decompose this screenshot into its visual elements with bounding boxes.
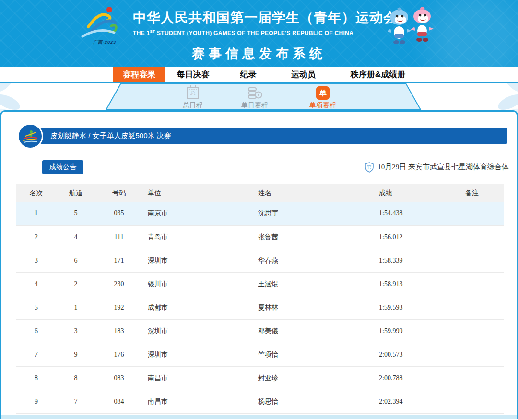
cell-team: 青岛市 bbox=[143, 225, 253, 249]
event-schedule: 官 10月29日 来宾市武宣县七星湖体育综合体 bbox=[365, 162, 509, 173]
subnav-item-overall-schedule[interactable]: 总 总日程 bbox=[163, 86, 223, 110]
main-nav: 赛程赛果 每日决赛 纪录 运动员 秩序册&成绩册 bbox=[0, 67, 518, 83]
games-logo: 广西·2023 bbox=[80, 5, 130, 49]
cell-number: 035 bbox=[95, 202, 143, 225]
cell-result: 1:59.999 bbox=[373, 319, 440, 343]
cell-remark bbox=[440, 296, 504, 319]
cell-name: 夏林林 bbox=[253, 296, 373, 319]
table-row[interactable]: 51192成都市夏林林1:59.593 bbox=[16, 296, 504, 319]
tab-books[interactable]: 秩序册&成绩册 bbox=[340, 67, 416, 82]
cell-result: 2:02.394 bbox=[373, 390, 440, 413]
tab-schedule-results[interactable]: 赛程赛果 bbox=[113, 67, 165, 82]
cell-rank: 5 bbox=[16, 296, 57, 319]
title-en-rest: STUDENT (YOUTH) GAMES OF THE PEOPLE'S RE… bbox=[155, 30, 353, 36]
subnav-items: 总 总日程 单日赛程 单 单项赛程 bbox=[163, 86, 359, 110]
title-en-prefix: THE 1 bbox=[133, 30, 150, 36]
cell-name: 王涵焜 bbox=[253, 272, 373, 296]
cell-result: 2:00.573 bbox=[373, 343, 440, 366]
col-number: 号码 bbox=[95, 184, 143, 202]
cell-remark bbox=[440, 272, 504, 296]
tab-daily-finals[interactable]: 每日决赛 bbox=[165, 67, 221, 82]
cell-name: 邓美儀 bbox=[253, 319, 373, 343]
cell-name: 华春燕 bbox=[253, 249, 373, 272]
cell-remark bbox=[440, 366, 504, 390]
table-row[interactable]: 24111青岛市张鲁茜1:56.012 bbox=[16, 225, 504, 249]
cell-number: 111 bbox=[95, 225, 143, 249]
calendar-total-icon: 总 bbox=[187, 86, 199, 100]
results-table-wrap: 名次 航道 号码 单位 姓名 成绩 备注 15035南京市沈思宇1:54.438… bbox=[16, 184, 504, 414]
results-table: 名次 航道 号码 单位 姓名 成绩 备注 15035南京市沈思宇1:54.438… bbox=[16, 184, 504, 414]
canoe-sprint-icon bbox=[19, 125, 42, 148]
content-panel: 皮划艇静水 / 女子单人皮艇500米 决赛 成绩公告 官 10月29日 来宾市武… bbox=[0, 110, 518, 419]
results-announcement-button[interactable]: 成绩公告 bbox=[42, 160, 83, 174]
cell-team: 南昌市 bbox=[143, 390, 253, 413]
subnav-label: 总日程 bbox=[183, 101, 203, 110]
event-header-row: 皮划艇静水 / 女子单人皮艇500米 决赛 bbox=[1, 125, 517, 149]
subnav-item-single-event-schedule[interactable]: 单 单项赛程 bbox=[287, 86, 359, 110]
cell-lane: 4 bbox=[57, 225, 95, 249]
cell-name: 杨思怡 bbox=[253, 390, 373, 413]
tab-athletes[interactable]: 运动员 bbox=[276, 67, 331, 82]
cell-remark bbox=[440, 225, 504, 249]
cell-rank: 6 bbox=[16, 319, 57, 343]
cell-lane: 7 bbox=[57, 390, 95, 413]
single-event-icon: 单 bbox=[316, 86, 330, 100]
table-row[interactable]: 42230银川市王涵焜1:58.913 bbox=[16, 272, 504, 296]
col-rank: 名次 bbox=[16, 184, 57, 202]
single-event-glyph: 单 bbox=[316, 86, 330, 100]
table-row[interactable]: 36171深圳市华春燕1:58.339 bbox=[16, 249, 504, 272]
table-row[interactable]: 88083南昌市封亚珍2:00.788 bbox=[16, 366, 504, 390]
cell-result: 1:58.339 bbox=[373, 249, 440, 272]
cell-remark bbox=[440, 202, 504, 225]
cell-remark bbox=[440, 343, 504, 366]
table-row[interactable]: 97084南昌市杨思怡2:02.394 bbox=[16, 390, 504, 413]
cell-result: 1:59.593 bbox=[373, 296, 440, 319]
schedule-text: 10月29日 来宾市武宣县七星湖体育综合体 bbox=[377, 163, 509, 172]
table-row[interactable]: 15035南京市沈思宇1:54.438 bbox=[16, 202, 504, 225]
cell-rank: 8 bbox=[16, 366, 57, 390]
col-team: 单位 bbox=[143, 184, 253, 202]
bottom-strip bbox=[1, 415, 517, 419]
cell-result: 1:56.012 bbox=[373, 225, 440, 249]
page-title-en: THE 1ST STUDENT (YOUTH) GAMES OF THE PEO… bbox=[133, 29, 397, 36]
cell-team: 南京市 bbox=[143, 202, 253, 225]
cell-rank: 9 bbox=[16, 390, 57, 413]
system-title: 赛事信息发布系统 bbox=[0, 45, 518, 62]
col-name: 姓名 bbox=[253, 184, 373, 202]
col-result: 成绩 bbox=[373, 184, 440, 202]
cell-lane: 2 bbox=[57, 272, 95, 296]
cell-name: 张鲁茜 bbox=[253, 225, 373, 249]
cell-lane: 9 bbox=[57, 343, 95, 366]
official-shield-icon: 官 bbox=[365, 162, 374, 173]
subnav-item-daily-schedule[interactable]: 单日赛程 bbox=[223, 86, 287, 110]
cell-lane: 1 bbox=[57, 296, 95, 319]
daily-schedule-icon bbox=[247, 86, 262, 100]
cell-number: 183 bbox=[95, 319, 143, 343]
cell-name: 竺项怡 bbox=[253, 343, 373, 366]
table-header-row: 名次 航道 号码 单位 姓名 成绩 备注 bbox=[16, 184, 504, 202]
cell-team: 成都市 bbox=[143, 296, 253, 319]
cell-number: 171 bbox=[95, 249, 143, 272]
official-glyph: 官 bbox=[367, 165, 372, 170]
table-row[interactable]: 63183深圳市邓美儀1:59.999 bbox=[16, 319, 504, 343]
cell-lane: 8 bbox=[57, 366, 95, 390]
cell-lane: 6 bbox=[57, 249, 95, 272]
site-header: 广西·2023 中华人民共和国第一届学生（青年）运动会 THE 1ST STUD… bbox=[0, 0, 518, 67]
cell-rank: 3 bbox=[16, 249, 57, 272]
cell-name: 沈思宇 bbox=[253, 202, 373, 225]
subnav: 总 总日程 单日赛程 单 单项赛程 bbox=[0, 83, 518, 110]
calendar-glyph: 总 bbox=[189, 89, 197, 97]
title-en-sup: ST bbox=[150, 29, 155, 34]
cell-name: 封亚珍 bbox=[253, 366, 373, 390]
cell-rank: 2 bbox=[16, 225, 57, 249]
cell-team: 深圳市 bbox=[143, 319, 253, 343]
cell-result: 1:58.913 bbox=[373, 272, 440, 296]
cell-team: 银川市 bbox=[143, 272, 253, 296]
table-row[interactable]: 79176深圳市竺项怡2:00.573 bbox=[16, 343, 504, 366]
cell-number: 083 bbox=[95, 366, 143, 390]
subnav-label: 单日赛程 bbox=[241, 101, 268, 110]
tab-records[interactable]: 纪录 bbox=[221, 67, 276, 82]
cell-remark bbox=[440, 390, 504, 413]
cell-team: 深圳市 bbox=[143, 249, 253, 272]
cell-lane: 5 bbox=[57, 202, 95, 225]
